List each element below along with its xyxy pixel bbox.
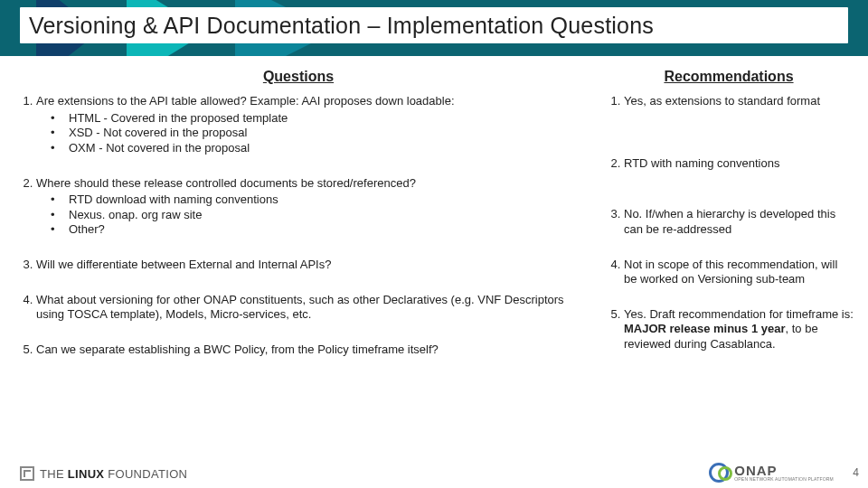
onap-wordmark: ONAP OPEN NETWORK AUTOMATION PLATFORM [734,464,834,482]
question-item: Are extensions to the API table allowed?… [36,94,580,156]
question-subitem: XSD - Not covered in the proposal [54,126,580,141]
question-text: What about versioning for other ONAP con… [36,293,564,322]
page-number: 4 [853,466,859,479]
linux-foundation-text: THE LINUX FOUNDATION [40,467,187,481]
recommendation-text: No. If/when a hierarchy is developed thi… [624,207,835,236]
lf-word: LINUX [68,467,105,481]
question-item: What about versioning for other ONAP con… [36,293,580,323]
question-subitem: HTML - Covered in the proposed template [54,111,580,127]
question-item: Where should these release controlled do… [36,176,580,239]
question-text: Are extensions to the API table allowed?… [36,94,455,108]
question-sublist: RTD download with naming conventions Nex… [36,192,580,238]
recommendation-item: Yes. Draft recommendation for timeframe … [624,307,854,352]
questions-list: Are extensions to the API table allowed?… [16,94,580,358]
recommendations-heading: Recommendations [604,69,854,85]
recommendation-item: Not in scope of this recommendation, wil… [624,258,854,287]
slide-title: Versioning & API Documentation – Impleme… [29,13,654,39]
recommendations-column: Recommendations Yes, as extensions to st… [597,63,868,452]
question-item: Will we differentiate between External a… [36,258,580,273]
question-subitem: OXM - Not covered in the proposal [54,141,580,156]
content-area: Questions Are extensions to the API tabl… [0,63,868,452]
questions-column: Questions Are extensions to the API tabl… [0,63,597,452]
recommendation-text: Yes, as extensions to standard format [624,94,820,108]
onap-logo: ONAP OPEN NETWORK AUTOMATION PLATFORM [709,463,834,483]
title-band: Versioning & API Documentation – Impleme… [0,0,868,56]
question-text: Can we separate establishing a BWC Polic… [36,343,439,356]
recommendation-item: Yes, as extensions to standard format [624,94,854,109]
title-bar: Versioning & API Documentation – Impleme… [20,7,848,43]
recommendation-item: RTD with naming conventions [624,156,854,172]
recommendation-text: RTD with naming conventions [624,156,779,170]
linux-foundation-logo: THE LINUX FOUNDATION [20,466,187,481]
onap-tagline: OPEN NETWORK AUTOMATION PLATFORM [734,477,834,482]
recommendation-text-bold: MAJOR release minus 1 year [624,322,785,335]
question-subitem: Nexus. onap. org raw site [54,208,580,223]
questions-heading: Questions [16,69,580,85]
question-subitem: RTD download with naming conventions [54,192,580,208]
question-item: Can we separate establishing a BWC Polic… [36,343,580,358]
recommendation-text-prefix: Yes. Draft recommendation for timeframe … [624,307,854,321]
lf-word: FOUNDATION [108,467,187,481]
recommendations-list: Yes, as extensions to standard format RT… [604,94,854,352]
question-subitem: Other? [54,222,580,238]
question-text: Will we differentiate between External a… [36,258,331,271]
recommendation-item: No. If/when a hierarchy is developed thi… [624,207,854,237]
lf-word: THE [40,467,64,481]
onap-icon [709,463,729,483]
slide-footer: THE LINUX FOUNDATION ONAP OPEN NETWORK A… [0,454,868,488]
recommendation-text: Not in scope of this recommendation, wil… [624,258,837,286]
question-sublist: HTML - Covered in the proposed template … [36,111,580,156]
linux-foundation-icon [20,466,34,481]
onap-name: ONAP [734,464,834,477]
question-text: Where should these release controlled do… [36,176,416,190]
